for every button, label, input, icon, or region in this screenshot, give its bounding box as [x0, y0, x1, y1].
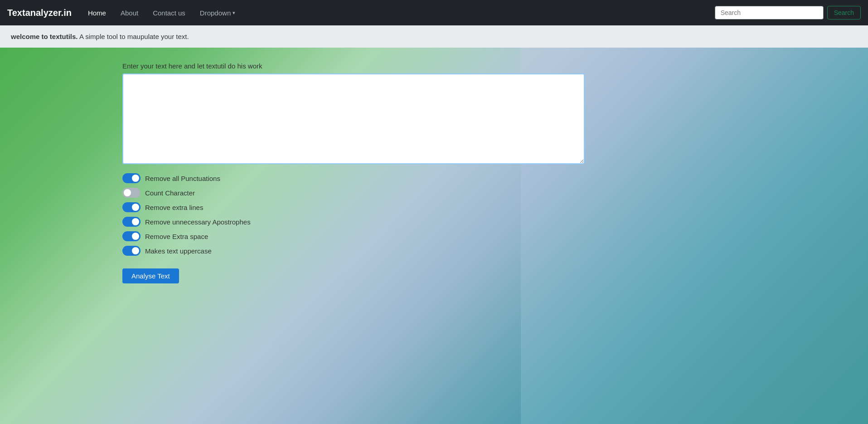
text-input[interactable] [122, 73, 585, 164]
textarea-label: Enter your text here and let textutil do… [122, 62, 598, 70]
toggle-slider-lines [122, 202, 141, 212]
toggle-slider-uppercase [122, 246, 141, 256]
nav-link-contact[interactable]: Contact us [147, 5, 191, 20]
toggle-row-apostrophes: Remove unnecessary Apostrophes [122, 217, 598, 227]
toggle-slider-apostrophes [122, 217, 141, 227]
dropdown-label: Dropdown [200, 9, 231, 17]
toggle-row-count: Count Character [122, 188, 598, 198]
welcome-text: A simple tool to maupulate your text. [78, 33, 189, 40]
toggle-label-space: Remove Extra space [145, 233, 208, 240]
chevron-down-icon: ▾ [233, 10, 235, 16]
toggle-label-apostrophes: Remove unnecessary Apostrophes [145, 218, 251, 226]
toggle-label-uppercase: Makes text uppercase [145, 247, 212, 255]
welcome-bold: welcome to textutils. [11, 33, 78, 40]
toggle-apostrophes[interactable] [122, 217, 141, 227]
toggle-slider-count [122, 188, 141, 198]
nav-link-about[interactable]: About [115, 5, 144, 20]
navbar-search: Search [715, 6, 861, 19]
navbar: Textanalyzer.in Home About Contact us Dr… [0, 0, 868, 25]
search-input[interactable] [715, 6, 824, 19]
nav-dropdown[interactable]: Dropdown ▾ [194, 5, 241, 20]
toggle-row-space: Remove Extra space [122, 231, 598, 241]
toggle-punctuations[interactable] [122, 173, 141, 183]
search-button[interactable]: Search [827, 6, 861, 19]
toggle-count[interactable] [122, 188, 141, 198]
toggles-section: Remove all Punctuations Count Character … [122, 173, 598, 256]
toggle-label-punctuations: Remove all Punctuations [145, 175, 220, 182]
welcome-bar: welcome to textutils. A simple tool to m… [0, 25, 868, 48]
nav-links: Home About Contact us Dropdown ▾ [82, 5, 715, 20]
main-content: Enter your text here and let textutil do… [0, 48, 868, 424]
toggle-row-uppercase: Makes text uppercase [122, 246, 598, 256]
toggle-label-count: Count Character [145, 189, 195, 197]
toggle-uppercase[interactable] [122, 246, 141, 256]
nav-link-home[interactable]: Home [82, 5, 112, 20]
analyse-button[interactable]: Analyse Text [122, 268, 179, 283]
toggle-row-punctuations: Remove all Punctuations [122, 173, 598, 183]
toggle-row-lines: Remove extra lines [122, 202, 598, 212]
navbar-brand[interactable]: Textanalyzer.in [7, 8, 72, 18]
toggle-slider-space [122, 231, 141, 241]
content-wrapper: Enter your text here and let textutil do… [122, 62, 598, 283]
toggle-slider-punctuations [122, 173, 141, 183]
toggle-label-lines: Remove extra lines [145, 204, 203, 211]
toggle-space[interactable] [122, 231, 141, 241]
toggle-lines[interactable] [122, 202, 141, 212]
